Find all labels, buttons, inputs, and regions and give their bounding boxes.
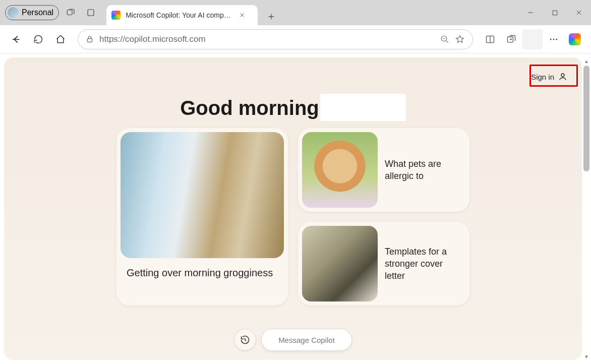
scroll-thumb[interactable] xyxy=(583,66,589,171)
workspaces-icon[interactable] xyxy=(62,4,79,21)
collections-icon[interactable] xyxy=(501,29,521,49)
tab-close-icon[interactable] xyxy=(237,10,248,21)
message-input[interactable]: Message Copilot xyxy=(261,329,352,351)
svg-point-8 xyxy=(553,38,555,40)
compose-bar: Message Copilot xyxy=(234,329,352,351)
copilot-page: Sign in Good morning Getting over mornin… xyxy=(4,57,582,360)
redaction-mask xyxy=(320,94,406,121)
svg-rect-3 xyxy=(87,38,92,42)
card-image-dog xyxy=(302,132,378,208)
svg-rect-2 xyxy=(553,11,557,15)
card-caption: Getting over morning grogginess xyxy=(121,258,284,288)
scroll-up-icon[interactable]: ▲ xyxy=(583,57,590,65)
new-tab-button[interactable] xyxy=(263,8,280,25)
history-button[interactable] xyxy=(234,329,256,351)
svg-point-9 xyxy=(556,38,557,40)
svg-point-10 xyxy=(561,74,564,77)
sign-in-button[interactable]: Sign in xyxy=(524,68,574,86)
svg-point-7 xyxy=(550,38,552,40)
minimize-button[interactable] xyxy=(518,3,543,23)
page-viewport: Sign in Good morning Getting over mornin… xyxy=(0,53,591,364)
card-caption: Templates for a stronger cover letter xyxy=(378,246,465,282)
profile-label: Personal xyxy=(22,8,53,17)
tab-strip: Microsoft Copilot: Your AI compan xyxy=(106,0,280,25)
sign-in-label: Sign in xyxy=(531,73,554,81)
history-icon xyxy=(240,335,250,345)
home-button[interactable] xyxy=(50,29,71,49)
svg-rect-1 xyxy=(88,10,94,16)
scroll-down-icon[interactable]: ▼ xyxy=(583,353,590,360)
split-screen-icon[interactable] xyxy=(480,29,500,49)
card-image-plant xyxy=(302,226,378,301)
svg-rect-0 xyxy=(67,10,72,15)
maximize-button[interactable] xyxy=(543,3,567,23)
titlebar: Personal Microsoft Copilot: Your AI comp… xyxy=(0,0,591,25)
tab-title: Microsoft Copilot: Your AI compan xyxy=(126,11,231,19)
card-caption: What pets are allergic to xyxy=(378,158,465,183)
refresh-button[interactable] xyxy=(28,29,48,49)
copilot-favicon xyxy=(111,11,121,20)
user-icon xyxy=(558,72,567,81)
suggestion-card-cover-letter[interactable]: Templates for a stronger cover letter xyxy=(298,222,469,306)
profile-switcher[interactable]: Personal xyxy=(5,5,59,20)
address-bar[interactable] xyxy=(78,29,473,49)
settings-more-icon[interactable] xyxy=(544,29,564,49)
suggestion-card-large[interactable]: Getting over morning grogginess xyxy=(116,128,288,306)
profile-avatar xyxy=(8,7,19,18)
copilot-logo-icon xyxy=(569,33,581,45)
site-info-lock-icon[interactable] xyxy=(83,35,96,43)
favorite-star-icon[interactable] xyxy=(452,34,467,44)
zoom-out-icon[interactable] xyxy=(437,35,452,44)
greeting-heading: Good morning xyxy=(180,97,319,121)
extensions-placeholder[interactable] xyxy=(522,29,543,49)
vertical-scrollbar[interactable]: ▲ ▼ xyxy=(583,57,590,360)
card-image-curtains xyxy=(121,132,284,258)
suggestion-cards: Getting over morning grogginess What pet… xyxy=(116,128,469,306)
window-close-button[interactable] xyxy=(567,3,591,23)
tab-actions-icon[interactable] xyxy=(82,4,99,21)
browser-toolbar xyxy=(0,25,591,53)
back-button[interactable] xyxy=(6,29,26,49)
url-input[interactable] xyxy=(96,34,437,44)
copilot-sidebar-button[interactable] xyxy=(565,29,585,49)
suggestion-card-pets[interactable]: What pets are allergic to xyxy=(298,128,469,212)
browser-tab[interactable]: Microsoft Copilot: Your AI compan xyxy=(106,5,258,25)
window-controls xyxy=(518,3,591,23)
message-placeholder: Message Copilot xyxy=(278,336,335,344)
